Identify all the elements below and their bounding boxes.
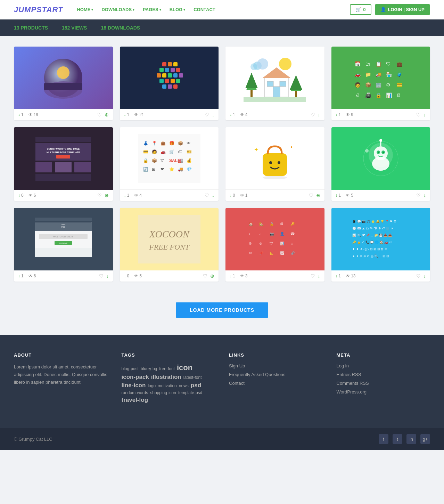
download-count: ↓ 1 xyxy=(336,112,341,117)
link-faq[interactable]: Frequently Asked Questions xyxy=(229,372,323,377)
product-card[interactable]: 📅 🗂 📋 🛡 💼 🚗 📁 🚚 🏪 🧳 🧑 📦 🏢 ⚙ 💳 🖨 xyxy=(331,47,430,120)
tag-line-icon[interactable]: line-icon xyxy=(122,382,146,389)
footer-about: ABOUT Lorem ipsum dolor sit amet, consec… xyxy=(14,352,108,404)
heart-icon[interactable]: ♡ xyxy=(205,112,209,117)
eye-icon: 👁 xyxy=(28,193,33,198)
heart-icon[interactable]: ♡ xyxy=(97,193,102,198)
product-card[interactable]: XOCOON FREE FONT ↓ 0 👁 5 ♡ ⊕ xyxy=(120,208,219,282)
cart-icon[interactable]: ⊕ xyxy=(210,273,214,279)
product-actions: ♡ ↓ xyxy=(311,112,320,117)
link-entries-rss[interactable]: Entries RSS xyxy=(337,372,430,377)
heart-icon[interactable]: ♡ xyxy=(205,193,209,198)
download-icon: ↓ xyxy=(230,193,232,198)
product-card[interactable]: FREE PSD MADE FOR DESIGNERS DOWNLOAD ↓ 1 xyxy=(14,208,113,282)
download-action-icon[interactable]: ↓ xyxy=(424,193,426,198)
tag-shopping-icon[interactable]: shopping-icon xyxy=(150,390,176,395)
nav-pages[interactable]: PAGES ▾ xyxy=(139,4,165,15)
svg-point-114 xyxy=(383,152,384,153)
tags-cloud: blog-post blurry-bg free-font icon icon-… xyxy=(122,363,215,404)
cart-icon[interactable]: ⊕ xyxy=(105,112,109,117)
svg-rect-71 xyxy=(74,162,91,172)
link-log-in[interactable]: Log in xyxy=(337,363,430,368)
svg-point-26 xyxy=(279,58,291,70)
nav-blog[interactable]: BLOG ▾ xyxy=(166,4,189,15)
heart-icon[interactable]: ♡ xyxy=(309,193,313,198)
svg-text:📊: 📊 xyxy=(386,92,392,98)
svg-rect-12 xyxy=(176,68,180,72)
product-card[interactable]: ↓ 1 👁 21 ♡ ↓ xyxy=(120,47,219,120)
svg-text:📋: 📋 xyxy=(376,61,382,67)
load-more-button[interactable]: LOAD MORE PRODUCTS xyxy=(176,302,268,318)
heart-icon[interactable]: ♡ xyxy=(311,273,315,279)
svg-rect-15 xyxy=(168,73,172,78)
heart-icon[interactable]: ♡ xyxy=(416,193,421,198)
tag-news[interactable]: news xyxy=(179,383,189,388)
download-action-icon[interactable]: ↓ xyxy=(424,273,426,279)
download-action-icon[interactable]: ↓ xyxy=(318,273,320,279)
svg-text:📦: 📦 xyxy=(152,158,157,163)
heart-icon[interactable]: ♡ xyxy=(311,112,315,117)
download-action-icon[interactable]: ↓ xyxy=(318,112,320,117)
link-wordpress-org[interactable]: WordPress.org xyxy=(337,389,430,395)
tag-motivation[interactable]: motivation xyxy=(158,383,177,388)
google-plus-icon[interactable]: g+ xyxy=(420,434,430,444)
twitter-icon[interactable]: t xyxy=(393,434,402,444)
tag-psd[interactable]: psd xyxy=(191,382,201,389)
heart-icon[interactable]: ♡ xyxy=(416,112,421,117)
download-action-icon[interactable]: ↓ xyxy=(424,112,426,117)
nav-home[interactable]: HOME ▾ xyxy=(73,4,97,15)
tag-blog-post[interactable]: blog-post xyxy=(122,366,139,371)
svg-text:FREE: FREE xyxy=(61,223,66,226)
svg-text:📷: 📷 xyxy=(270,231,274,236)
heart-icon[interactable]: ♡ xyxy=(416,273,421,279)
tag-icon-pack[interactable]: icon-pack xyxy=(122,374,149,381)
user-icon: 👤 xyxy=(380,7,386,12)
svg-rect-131 xyxy=(244,215,306,263)
nav-contact[interactable]: CONTACT xyxy=(190,4,219,15)
view-count: 👁 4 xyxy=(240,112,248,117)
download-action-icon[interactable]: ↓ xyxy=(212,193,214,198)
tag-blurry-bg[interactable]: blurry-bg xyxy=(141,366,157,371)
nav-downloads[interactable]: DOWNLOADS ▾ xyxy=(98,4,138,15)
product-card[interactable]: YOUR FAVORITE ONE PAGE MULTI PURPOSE TEM… xyxy=(14,127,113,201)
cart-icon[interactable]: ⊕ xyxy=(105,193,109,198)
svg-rect-41 xyxy=(244,97,306,102)
product-card[interactable]: ↓ 1 👁 4 ♡ ↓ xyxy=(225,47,324,120)
heart-icon[interactable]: ♡ xyxy=(97,112,102,117)
site-logo[interactable]: JUMPSTART xyxy=(14,5,63,14)
product-card[interactable]: ↓ 1 👁 5 ♡ ↓ xyxy=(331,127,430,201)
cart-icon[interactable]: ⊕ xyxy=(316,193,320,198)
tag-illustration[interactable]: illustration xyxy=(151,374,181,381)
heart-icon[interactable]: ♡ xyxy=(203,273,207,279)
footer-bottom: © Grumpy Cat LLC f t in g+ xyxy=(0,428,444,450)
linkedin-icon[interactable]: in xyxy=(406,434,416,444)
login-button[interactable]: 👤 LOGIN | SIGN UP xyxy=(375,4,430,15)
svg-point-108 xyxy=(374,146,388,160)
facebook-icon[interactable]: f xyxy=(379,434,388,444)
tag-free-font[interactable]: free-font xyxy=(159,366,175,371)
link-comments-rss[interactable]: Comments RSS xyxy=(337,381,430,386)
tag-logo[interactable]: logo xyxy=(148,383,156,388)
svg-text:✉: ✉ xyxy=(249,251,252,255)
link-contact[interactable]: Contact xyxy=(229,381,323,386)
tag-random-words[interactable]: random-words xyxy=(122,390,148,395)
link-sign-up[interactable]: Sign Up xyxy=(229,363,323,368)
heart-icon[interactable]: ♡ xyxy=(99,273,104,279)
site-footer: ABOUT Lorem ipsum dolor sit amet, consec… xyxy=(0,335,444,428)
download-action-icon[interactable]: ↓ xyxy=(106,273,109,279)
product-card[interactable]: ↓ 1 👁 19 ♡ ⊕ xyxy=(14,47,113,120)
download-action-icon[interactable]: ↓ xyxy=(212,112,214,117)
tag-template-psd[interactable]: template-psd xyxy=(178,390,202,395)
svg-point-116 xyxy=(365,149,369,153)
product-card[interactable]: 👗 📍 👜 🎁 📦 👁 💳 🧑 🚗 🛒 🏷 🎫 🔒 📦 ▽ SALE xyxy=(120,127,219,201)
site-header: JUMPSTART HOME ▾ DOWNLOADS ▾ PAGES ▾ BLO… xyxy=(0,0,444,19)
tag-latest-font[interactable]: latest-font xyxy=(183,375,202,380)
cart-button[interactable]: 🛒 0 xyxy=(350,4,371,15)
product-card[interactable]: ✦ ● ↓ 0 xyxy=(225,127,324,201)
product-card[interactable]: 🏠 🏡 🔒 🏛 🔑 ♪ ♫ 📷 👤 ☎ ⚙ ⊙ 🛡 📊 ☆ ✉ xyxy=(225,208,324,282)
svg-text:🏛: 🏛 xyxy=(280,222,283,226)
svg-text:💰: 💰 xyxy=(187,158,192,163)
tag-travel-log[interactable]: travel-log xyxy=(122,397,148,404)
tag-icon[interactable]: icon xyxy=(177,363,192,372)
product-card[interactable]: 📱 💬 📷 🎵 ⭐ 🔔 💡 📍 ❤ ⚙ 🕐 📧 ☁ 🗂 👁 💎 ❄ 🏷 🛒 ✈ … xyxy=(331,208,430,282)
